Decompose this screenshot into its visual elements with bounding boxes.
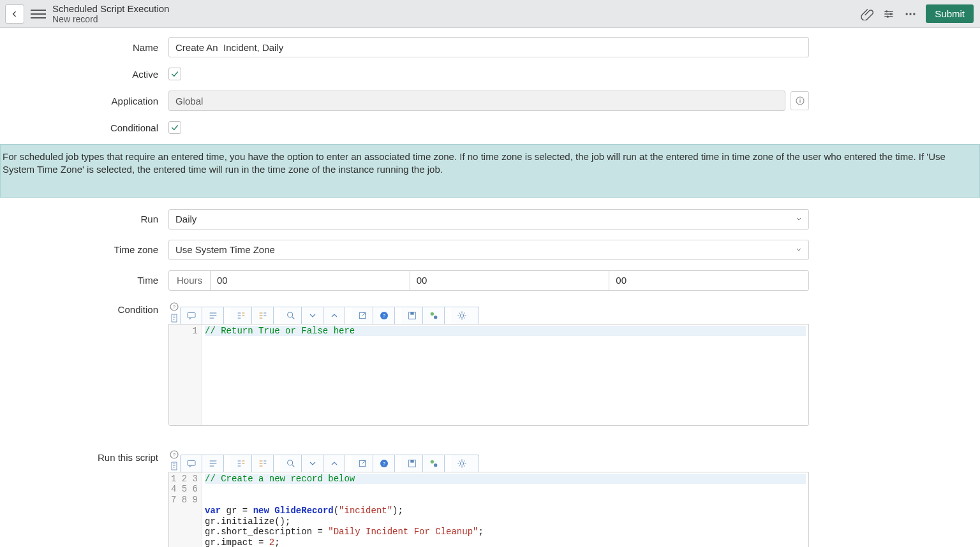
settings-button[interactable] [880, 5, 898, 23]
page-title-block: Scheduled Script Execution New record [52, 3, 169, 24]
editor-search-button[interactable] [280, 307, 302, 324]
editor-find-prev-button[interactable] [323, 455, 345, 472]
condition-label: Condition [8, 301, 168, 315]
attachments-button[interactable] [858, 5, 876, 23]
script-help-button[interactable]: ? [168, 449, 180, 460]
check-icon [170, 69, 179, 78]
run-select[interactable] [168, 209, 809, 230]
chevron-left-icon [11, 10, 19, 18]
more-horizontal-icon [904, 8, 917, 20]
svg-text:?: ? [382, 312, 385, 318]
conditional-checkbox[interactable] [168, 121, 181, 134]
svg-point-31 [434, 463, 437, 467]
paperclip-icon [861, 8, 873, 20]
form-area: Name Active Application Conditional [0, 28, 980, 134]
time-hours-label: Hours [169, 275, 210, 286]
editor-format-button[interactable] [202, 455, 224, 472]
editor-settings-button[interactable] [451, 307, 473, 324]
svg-rect-29 [410, 460, 413, 462]
editor-save-button[interactable] [401, 307, 423, 324]
more-actions-button[interactable] [902, 5, 919, 23]
page-header: Scheduled Script Execution New record Su… [0, 0, 980, 28]
run-label: Run [8, 214, 168, 224]
timezone-info-banner: For scheduled job types that require an … [0, 144, 980, 198]
svg-rect-23 [188, 460, 195, 465]
svg-point-3 [906, 13, 908, 15]
application-input [168, 91, 785, 111]
svg-point-4 [910, 13, 912, 15]
svg-point-7 [799, 99, 801, 100]
back-button[interactable] [5, 4, 24, 24]
svg-text:?: ? [173, 303, 176, 309]
editor-comment-button[interactable] [181, 307, 202, 324]
editor-diff-button[interactable] [423, 455, 445, 472]
editor-replace-button[interactable] [230, 307, 252, 324]
script-icon [169, 461, 179, 471]
editor-fullscreen-button[interactable] [352, 307, 373, 324]
svg-point-30 [430, 460, 433, 463]
svg-point-20 [460, 314, 463, 317]
svg-text:?: ? [382, 460, 385, 466]
editor-help-button[interactable]: ? [373, 455, 395, 472]
editor-comment-button[interactable] [181, 455, 202, 472]
run-script-code-editor[interactable]: 1 2 3 4 5 6 7 8 9 // Create a new record… [168, 472, 809, 548]
editor-replace-all-button[interactable] [252, 455, 274, 472]
conditional-label: Conditional [8, 122, 168, 133]
editor-save-button[interactable] [401, 455, 423, 472]
svg-point-2 [887, 15, 889, 17]
svg-point-18 [430, 312, 433, 315]
editor-settings-button[interactable] [451, 455, 473, 472]
check-icon [170, 123, 179, 132]
svg-point-12 [287, 312, 292, 317]
svg-point-19 [434, 316, 437, 319]
sliders-icon [882, 8, 895, 20]
svg-point-0 [886, 10, 887, 12]
editor-find-prev-button[interactable] [323, 307, 345, 324]
editor-help-button[interactable]: ? [373, 307, 395, 324]
editor-find-next-button[interactable] [302, 455, 323, 472]
svg-point-32 [460, 462, 463, 465]
svg-rect-17 [410, 312, 413, 314]
svg-rect-8 [799, 100, 800, 103]
editor-search-button[interactable] [280, 455, 302, 472]
editor-fullscreen-button[interactable] [352, 455, 373, 472]
time-label: Time [8, 275, 168, 286]
name-label: Name [8, 42, 168, 53]
time-minutes-input[interactable] [410, 271, 609, 290]
time-seconds-input[interactable] [609, 271, 808, 290]
svg-point-1 [890, 13, 892, 15]
script-editor-toolbar: ? [180, 455, 479, 472]
script-tools-button[interactable] [168, 460, 180, 472]
timezone-select[interactable] [168, 240, 809, 260]
page-title: Scheduled Script Execution [52, 3, 169, 14]
editor-replace-button[interactable] [230, 455, 252, 472]
svg-text:?: ? [173, 451, 176, 457]
run-script-label: Run this script [8, 449, 168, 463]
condition-code-editor[interactable]: 1 // Return True or False here [168, 324, 809, 426]
menu-button[interactable] [31, 6, 46, 22]
page-subtitle: New record [52, 14, 169, 24]
submit-button[interactable]: Submit [926, 4, 974, 23]
application-label: Application [8, 96, 168, 106]
application-info-button[interactable] [791, 91, 809, 110]
svg-point-24 [287, 460, 292, 465]
editor-format-button[interactable] [202, 307, 224, 324]
help-icon: ? [169, 449, 179, 460]
svg-point-5 [913, 13, 915, 15]
editor-diff-button[interactable] [423, 307, 445, 324]
help-icon: ? [169, 302, 179, 312]
editor-find-next-button[interactable] [302, 307, 323, 324]
editor-replace-all-button[interactable] [252, 307, 274, 324]
active-label: Active [8, 69, 168, 80]
timezone-label: Time zone [8, 244, 168, 255]
name-input[interactable] [168, 37, 809, 57]
info-icon [795, 96, 805, 106]
condition-editor-toolbar: ? [180, 307, 479, 324]
time-field: Hours [168, 270, 809, 291]
condition-script-tools-button[interactable] [168, 312, 180, 324]
time-hours-input[interactable] [210, 271, 410, 290]
script-icon [169, 313, 179, 323]
active-checkbox[interactable] [168, 68, 181, 80]
svg-rect-11 [188, 312, 195, 317]
condition-help-button[interactable]: ? [168, 301, 180, 312]
